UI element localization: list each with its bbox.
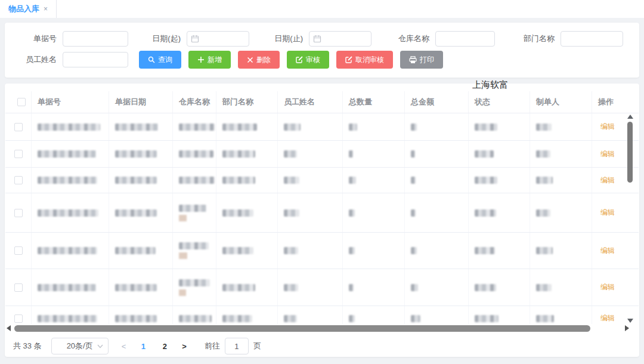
redacted-cell <box>32 306 109 324</box>
chevron-down-icon <box>97 344 103 348</box>
scroll-left-icon[interactable] <box>7 325 11 331</box>
date-from-wrap <box>187 31 249 47</box>
row-checkbox[interactable] <box>14 246 23 255</box>
edit-link[interactable]: 编辑 <box>600 122 615 132</box>
row-checkbox[interactable] <box>14 314 23 323</box>
field-label-employee: 员工姓名 <box>5 54 63 65</box>
redacted-cell <box>530 306 592 324</box>
redacted-cell <box>216 168 278 193</box>
horizontal-scrollbar[interactable] <box>7 325 637 332</box>
department-input[interactable] <box>561 31 623 47</box>
redacted-cell <box>405 168 469 193</box>
edit-link[interactable]: 编辑 <box>600 246 615 256</box>
page-number-2[interactable]: 2 <box>160 342 169 351</box>
page-number-1[interactable]: 1 <box>139 342 147 351</box>
redacted-cell <box>216 269 278 306</box>
plus-icon <box>197 56 205 63</box>
redacted-cell <box>109 193 173 232</box>
tab-label: 物品入库 <box>8 4 39 14</box>
table-row: 编辑 <box>5 168 639 193</box>
goto-page-input[interactable] <box>225 338 249 354</box>
col-header-docdate: 单据日期 <box>109 91 173 113</box>
row-checkbox[interactable] <box>14 283 23 292</box>
table-row: 编辑 <box>5 141 639 168</box>
prev-page-button[interactable]: < <box>122 342 126 351</box>
redacted-cell <box>32 193 109 232</box>
tab-item-inbound[interactable]: 物品入库 × <box>0 0 57 18</box>
select-all-checkbox[interactable] <box>17 98 26 106</box>
redacted-cell <box>216 141 278 167</box>
redacted-cell <box>109 269 173 306</box>
query-button[interactable]: 查询 <box>139 51 181 69</box>
redacted-cell <box>343 233 405 269</box>
select-all-cell <box>5 91 32 113</box>
next-page-button[interactable]: > <box>182 342 187 351</box>
filter-panel: 单据号 日期(起) 日期(止) 仓库名称 部门名称 员工姓名 查询 新增 <box>5 23 639 78</box>
warehouse-input[interactable] <box>435 31 495 47</box>
close-icon <box>247 57 253 63</box>
row-checkbox[interactable] <box>14 209 23 217</box>
row-checkbox[interactable] <box>14 123 23 131</box>
redacted-cell <box>173 193 216 232</box>
redacted-cell <box>109 141 173 167</box>
col-header-actions: 操作 <box>592 91 639 113</box>
edit-icon <box>345 56 352 63</box>
redacted-cell <box>343 113 405 140</box>
pagination-bar: 共 33 条 20条/页 < 1 2 > 前往 页 <box>13 338 261 354</box>
edit-link[interactable]: 编辑 <box>600 149 615 159</box>
table-row: 编辑 <box>5 269 639 306</box>
scroll-down-icon[interactable] <box>627 319 633 323</box>
audit-button[interactable]: 审核 <box>287 51 329 69</box>
redacted-cell <box>530 193 592 232</box>
edit-link[interactable]: 编辑 <box>600 175 615 186</box>
edit-link[interactable]: 编辑 <box>600 313 615 323</box>
edit-icon <box>296 56 303 63</box>
redacted-cell <box>405 269 469 306</box>
calendar-icon <box>313 35 321 43</box>
vertical-scrollbar[interactable] <box>627 113 634 324</box>
cancel-audit-button[interactable]: 取消审核 <box>336 51 393 69</box>
table-body: 编辑编辑编辑编辑编辑编辑编辑 <box>5 113 639 324</box>
redacted-cell <box>109 306 173 324</box>
tab-close-icon[interactable]: × <box>44 5 48 13</box>
table-row: 编辑 <box>5 113 639 141</box>
redacted-cell <box>278 168 343 193</box>
vertical-scrollbar-thumb[interactable] <box>627 122 633 183</box>
employee-input[interactable] <box>63 52 128 67</box>
col-header-department: 部门名称 <box>216 91 278 113</box>
docno-input[interactable] <box>63 31 128 47</box>
page-size-select[interactable]: 20条/页 <box>51 338 109 354</box>
edit-link[interactable]: 编辑 <box>600 282 615 292</box>
total-count: 共 33 条 <box>13 341 42 351</box>
col-header-employee: 员工姓名 <box>278 91 343 113</box>
row-checkbox-cell <box>5 269 32 306</box>
row-checkbox[interactable] <box>14 176 23 184</box>
redacted-cell <box>32 141 109 167</box>
redacted-cell <box>173 233 216 269</box>
row-checkbox-cell <box>5 168 32 193</box>
print-button[interactable]: 打印 <box>400 51 443 69</box>
redacted-cell <box>216 306 278 324</box>
table-header: 单据号 单据日期 仓库名称 部门名称 员工姓名 总数量 总金额 状态 制单人 操… <box>5 91 639 113</box>
redacted-cell <box>530 113 592 140</box>
scroll-right-icon[interactable] <box>625 325 629 331</box>
redacted-cell <box>173 113 216 140</box>
redacted-cell <box>405 306 469 324</box>
table-panel: 单据号 单据日期 仓库名称 部门名称 员工姓名 总数量 总金额 状态 制单人 操… <box>5 84 639 357</box>
row-checkbox[interactable] <box>14 150 23 158</box>
edit-link[interactable]: 编辑 <box>600 208 615 218</box>
row-checkbox-cell <box>5 233 32 269</box>
delete-button[interactable]: 删除 <box>238 51 280 69</box>
redacted-cell <box>530 269 592 306</box>
redacted-cell <box>469 233 530 269</box>
redacted-cell <box>109 168 173 193</box>
redacted-cell <box>343 141 405 167</box>
horizontal-scrollbar-thumb[interactable] <box>14 325 590 332</box>
row-checkbox-cell <box>5 141 32 167</box>
scroll-up-icon[interactable] <box>627 115 633 119</box>
redacted-cell <box>343 168 405 193</box>
col-header-warehouse: 仓库名称 <box>173 91 216 113</box>
date-to-wrap <box>309 31 371 47</box>
tab-bar: 物品入库 × <box>0 0 644 18</box>
add-button[interactable]: 新增 <box>188 51 231 69</box>
